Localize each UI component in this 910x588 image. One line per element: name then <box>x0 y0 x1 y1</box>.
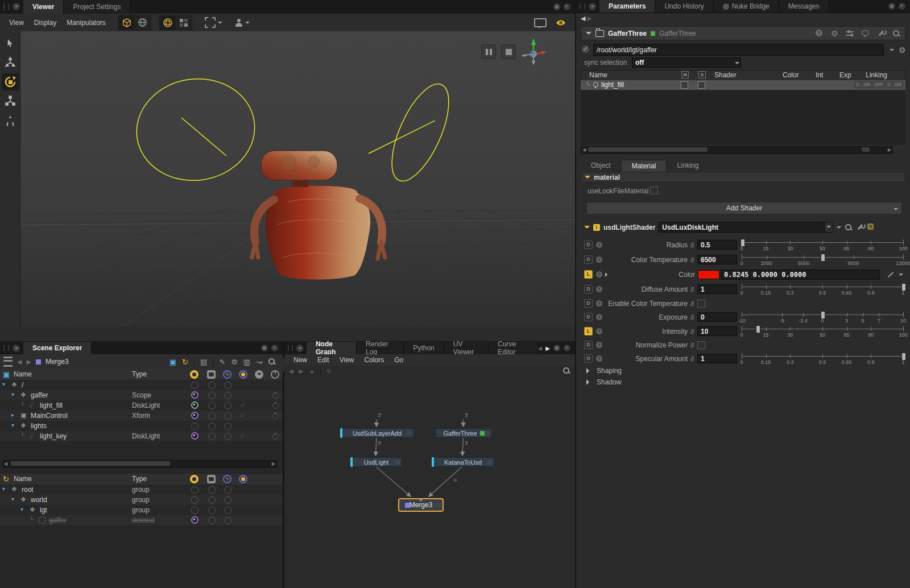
solo-column-icon[interactable] <box>255 370 263 379</box>
shaded-mode-button[interactable] <box>119 16 135 30</box>
toggle-ring[interactable] <box>208 412 216 420</box>
column-name[interactable]: Name <box>14 370 32 378</box>
tab-messages[interactable]: Messages <box>779 0 829 13</box>
visibility-column-icon[interactable] <box>190 370 198 379</box>
visibility-toggle[interactable] <box>191 507 198 514</box>
camera-view-dropdown[interactable] <box>235 19 250 27</box>
tree-row--[interactable]: ▾❖/ <box>0 380 283 390</box>
linking-c-button[interactable]: C <box>886 81 892 88</box>
toggle-ring[interactable] <box>208 486 216 494</box>
pane-menu-icon[interactable] <box>296 345 303 352</box>
clapper-icon[interactable]: ▥ <box>243 358 250 366</box>
back-icon[interactable]: ◀ <box>17 358 22 366</box>
group-shadow[interactable]: Shadow <box>586 377 621 387</box>
mute-checkbox[interactable] <box>681 81 688 89</box>
chevron-down-icon[interactable] <box>890 49 894 53</box>
tab-project-settings[interactable]: Project Settings <box>64 0 130 14</box>
visibility-toggle[interactable] <box>191 486 198 494</box>
use-lookfile-checkbox[interactable] <box>650 187 658 194</box>
param-slider[interactable]: -10-5-2.4035710 <box>742 310 903 324</box>
search-icon[interactable] <box>562 367 570 375</box>
expander-icon[interactable]: ▾ <box>2 486 5 492</box>
visibility-toggle[interactable] <box>191 401 198 409</box>
toggle-ring[interactable] <box>208 402 216 409</box>
toggle-ring[interactable] <box>224 507 231 514</box>
search-icon[interactable] <box>892 30 900 38</box>
default-value-badge[interactable]: D <box>584 255 593 264</box>
local-value-badge[interactable]: L <box>584 327 593 336</box>
param-value-field[interactable]: 10 <box>697 326 737 336</box>
help-icon[interactable]: ? <box>596 256 602 263</box>
default-value-badge[interactable]: D <box>584 354 593 363</box>
column-int[interactable]: Int <box>816 71 823 79</box>
default-value-badge[interactable]: D <box>584 285 593 293</box>
chevron-down-icon[interactable] <box>837 226 841 231</box>
rotate-tool[interactable] <box>2 73 19 90</box>
power-icon[interactable] <box>272 413 279 419</box>
pane-split-icon[interactable] <box>261 345 268 351</box>
tree-row-maincontrol[interactable]: ▸▣MainControlXform☄ <box>0 411 283 421</box>
node-graph-edit-menu[interactable]: Edit <box>313 354 334 366</box>
remove-shader-icon[interactable] <box>867 223 875 231</box>
param-slider[interactable]: 00.150.30.50.650.81 <box>742 283 903 296</box>
visibility-toggle[interactable] <box>191 496 198 504</box>
forward-icon[interactable]: ▶ <box>588 15 592 22</box>
gear-icon[interactable] <box>831 30 839 38</box>
chevron-down-icon[interactable] <box>899 274 903 278</box>
param-value-field[interactable]: 0.5 <box>697 240 737 250</box>
monitor-icon[interactable] <box>534 18 547 27</box>
collapse-triangle-icon[interactable] <box>584 226 590 231</box>
tab-python[interactable]: Python <box>404 342 444 354</box>
help-icon[interactable]: ? <box>596 355 602 362</box>
light-mute-icon[interactable]: ☄ <box>241 412 245 418</box>
slider-handle[interactable] <box>741 239 745 247</box>
pane-split-icon[interactable] <box>553 3 560 10</box>
checker-button[interactable] <box>176 16 192 30</box>
add-shader-button[interactable]: Add Shader <box>586 202 902 214</box>
search-icon[interactable] <box>845 223 853 231</box>
slider-handle[interactable] <box>901 353 906 361</box>
node-graph-colors-menu[interactable]: Colors <box>360 354 389 366</box>
viewer-display-menu[interactable]: Display <box>30 17 61 28</box>
comment-icon[interactable] <box>862 30 870 38</box>
forward-icon[interactable]: ▶ <box>299 368 304 374</box>
render-eye-icon[interactable] <box>556 19 566 27</box>
tab-nuke-bridge[interactable]: Nuke Bridge <box>714 0 779 13</box>
tab-parameters[interactable]: Parameters <box>599 0 655 13</box>
forward-icon[interactable]: ▶ <box>26 358 31 366</box>
default-value-badge[interactable]: D <box>584 241 593 249</box>
livegroup-column-icon[interactable]: ϟ <box>223 475 231 483</box>
solo-checkbox[interactable] <box>698 81 705 89</box>
expand-arrow-icon[interactable] <box>605 272 610 277</box>
box-icon[interactable]: ▤ <box>200 358 207 366</box>
gear-icon[interactable]: ⚙ <box>231 358 238 366</box>
visibility-toggle[interactable] <box>191 382 198 389</box>
node-usdsublayeradd[interactable]: UsdSubLayerAdd <box>340 428 414 438</box>
pane-grip[interactable] <box>288 345 293 351</box>
column-type[interactable]: Type <box>132 370 147 378</box>
slider-handle[interactable] <box>821 311 825 319</box>
param-slider[interactable]: 01530506580100 <box>742 325 903 338</box>
node-usdlight[interactable]: UsdLight <box>350 457 402 467</box>
pane-grip[interactable] <box>3 3 9 10</box>
default-value-badge[interactable]: D <box>584 341 593 349</box>
local-value-badge[interactable]: L <box>584 270 593 279</box>
expander-icon[interactable]: ▾ <box>11 422 14 428</box>
tree-row-lgt[interactable]: ▾❖lgtgroup <box>0 505 283 515</box>
column-type[interactable]: Type <box>132 475 147 483</box>
scale-tool[interactable] <box>2 93 19 110</box>
column-exp[interactable]: Exp <box>839 71 851 79</box>
sync-selection-dropdown[interactable]: off <box>632 57 741 68</box>
toggle-ring[interactable] <box>208 496 216 504</box>
render-column-icon[interactable] <box>207 370 216 379</box>
param-value-field[interactable]: 6500 <box>697 255 737 264</box>
node-graph-new-menu[interactable]: New <box>289 354 312 366</box>
pane-close-icon[interactable] <box>564 345 570 351</box>
gafferthree-header[interactable]: GafferThree GafferThree <box>581 26 905 40</box>
slider-handle[interactable] <box>901 283 906 291</box>
tab-material[interactable]: Material <box>621 160 667 172</box>
tab-linking[interactable]: Linking <box>667 160 709 172</box>
viewport-3d[interactable]: persp <box>0 31 575 327</box>
gaffer-table-row-light-fill[interactable]: └ light_fill CONOFFCON <box>581 80 905 90</box>
back-icon[interactable]: ◀ <box>289 368 293 374</box>
